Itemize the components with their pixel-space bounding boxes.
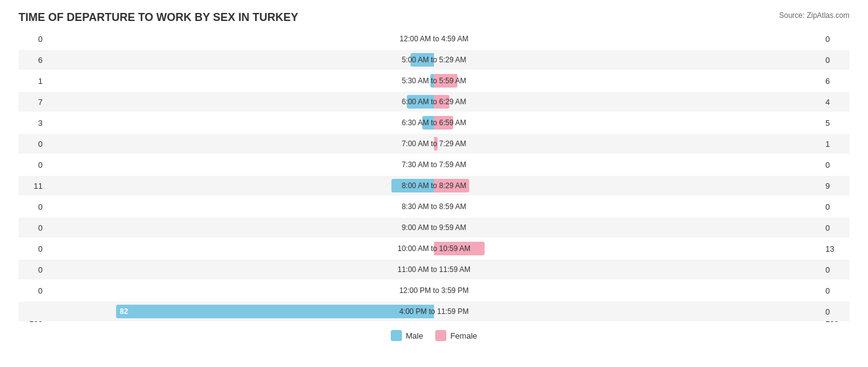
male-value: 3	[19, 118, 46, 128]
chart-row: 012:00 AM to 4:59 AM0	[19, 29, 849, 49]
bars-center: 5:30 AM to 5:59 AM	[46, 71, 822, 91]
female-value: 0	[822, 286, 849, 295]
male-value: 0	[19, 286, 46, 295]
female-bar-wrap	[434, 221, 822, 234]
female-bar-wrap	[434, 53, 822, 67]
bars-center: 7:30 AM to 7:59 AM	[46, 155, 822, 175]
male-value: 0	[19, 223, 46, 233]
female-value: 4	[822, 97, 849, 107]
chart-row: 07:30 AM to 7:59 AM0	[19, 155, 849, 175]
male-value: 0	[19, 35, 46, 44]
female-value: 0	[822, 307, 849, 316]
female-value: 13	[822, 244, 849, 254]
male-bar-wrap	[46, 179, 434, 192]
male-bar-wrap	[46, 221, 434, 234]
legend-male-box	[391, 330, 402, 341]
female-bar	[434, 116, 453, 130]
chart-row: 118:00 AM to 8:29 AM9	[19, 176, 849, 196]
chart-row: 09:00 AM to 9:59 AM0	[19, 218, 849, 237]
female-bar-wrap	[434, 74, 822, 88]
legend-female-box	[435, 330, 446, 341]
male-bar-wrap	[46, 95, 434, 109]
bars-center: 12:00 PM to 3:59 PM	[46, 281, 822, 300]
male-value: 0	[19, 139, 46, 149]
chart-row: 65:00 AM to 5:29 AM0	[19, 50, 849, 70]
chart-container: TIME OF DEPARTURE TO WORK BY SEX IN TURK…	[0, 0, 868, 367]
male-bar-wrap	[46, 32, 434, 46]
female-bar-wrap	[434, 158, 822, 171]
female-bar	[434, 74, 457, 88]
bars-center: 8:00 AM to 8:29 AM	[46, 176, 822, 196]
female-bar-wrap	[434, 179, 822, 192]
male-bar	[391, 179, 434, 192]
bars-center: 9:00 AM to 9:59 AM	[46, 218, 822, 237]
female-bar-wrap	[434, 242, 822, 255]
male-bar-wrap	[46, 158, 434, 171]
bars-center: 824:00 PM to 11:59 PM	[46, 302, 822, 321]
male-bar-wrap	[46, 242, 434, 255]
legend-male-label: Male	[406, 331, 423, 340]
chart-row: 08:30 AM to 8:59 AM0	[19, 197, 849, 216]
female-bar	[434, 95, 449, 109]
male-value: 0	[19, 244, 46, 254]
male-bar-wrap	[46, 200, 434, 213]
chart-row: 76:00 AM to 6:29 AM4	[19, 92, 849, 112]
female-value: 9	[822, 181, 849, 191]
chart-row: 15:30 AM to 5:59 AM6	[19, 71, 849, 91]
female-value: 0	[822, 56, 849, 65]
chart-row: 010:00 AM to 10:59 AM13	[19, 239, 849, 258]
source-text: Source: ZipAtlas.com	[779, 11, 849, 20]
female-bar-wrap	[434, 137, 822, 151]
chart-row: 07:00 AM to 7:29 AM1	[19, 134, 849, 154]
male-value: 0	[19, 265, 46, 274]
chart-row: 36:30 AM to 6:59 AM5	[19, 113, 849, 133]
female-value: 0	[822, 202, 849, 212]
female-bar-wrap	[434, 95, 822, 109]
bars-center: 12:00 AM to 4:59 AM	[46, 29, 822, 49]
male-bar	[407, 95, 434, 109]
female-value: 0	[822, 223, 849, 233]
male-bar-wrap: 82	[46, 305, 434, 318]
female-bar-wrap	[434, 263, 822, 276]
male-bar	[430, 74, 434, 88]
chart-row: 824:00 PM to 11:59 PM0	[19, 302, 849, 321]
female-bar	[434, 137, 438, 151]
male-bar	[422, 116, 434, 130]
bars-center: 8:30 AM to 8:59 AM	[46, 197, 822, 216]
male-bar-wrap	[46, 53, 434, 67]
female-value: 6	[822, 76, 849, 86]
legend-male: Male	[391, 330, 423, 341]
male-bar-wrap	[46, 284, 434, 297]
chart-row: 011:00 AM to 11:59 AM0	[19, 260, 849, 279]
male-value: 6	[19, 56, 46, 65]
female-bar-wrap	[434, 305, 822, 318]
legend: Male Female	[19, 330, 849, 341]
male-value: 11	[19, 181, 46, 191]
female-bar-wrap	[434, 32, 822, 46]
female-value: 0	[822, 265, 849, 274]
male-bar	[411, 53, 434, 67]
legend-female-label: Female	[450, 331, 477, 340]
male-bar-wrap	[46, 116, 434, 130]
bars-center: 6:00 AM to 6:29 AM	[46, 92, 822, 112]
male-value: 1	[19, 76, 46, 86]
chart-area: 012:00 AM to 4:59 AM065:00 AM to 5:29 AM…	[19, 29, 849, 311]
chart-title: TIME OF DEPARTURE TO WORK BY SEX IN TURK…	[19, 11, 849, 24]
male-value: 0	[19, 160, 46, 170]
male-bar-wrap	[46, 263, 434, 276]
male-value: 7	[19, 97, 46, 107]
male-bar-wrap	[46, 74, 434, 88]
chart-row: 012:00 PM to 3:59 PM0	[19, 281, 849, 300]
female-bar-wrap	[434, 200, 822, 213]
bars-center: 6:30 AM to 6:59 AM	[46, 113, 822, 133]
female-bar	[434, 242, 485, 255]
female-bar-wrap	[434, 116, 822, 130]
male-value: 0	[19, 202, 46, 212]
female-value: 5	[822, 118, 849, 128]
bars-center: 11:00 AM to 11:59 AM	[46, 260, 822, 279]
male-bar: 82	[116, 305, 434, 318]
female-value: 1	[822, 139, 849, 149]
female-bar-wrap	[434, 284, 822, 297]
female-value: 0	[822, 160, 849, 170]
female-value: 0	[822, 35, 849, 44]
